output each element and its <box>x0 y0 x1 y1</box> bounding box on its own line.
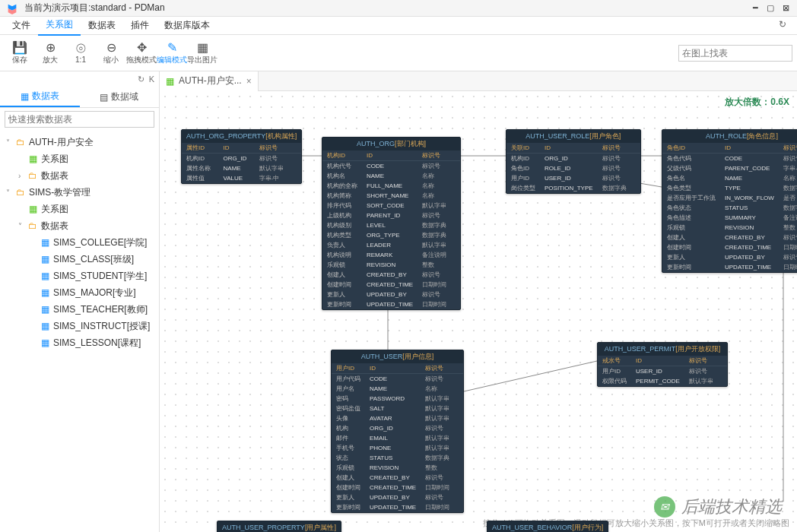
relation-icon: ▦ <box>27 204 38 214</box>
refresh-small-icon[interactable]: ↻ <box>138 74 144 84</box>
drag-icon: ✥ <box>135 41 148 55</box>
tree-label: SIMS_CLASS[班级] <box>53 253 134 266</box>
toolbar: 💾保存 ⊕放大 ⦾1:1 ⊖缩小 ✥拖拽模式 ✎编辑模式 ▦导出图片 <box>0 35 797 71</box>
entity-auth_user_role[interactable]: AUTH_USER_ROLE[用户角色]关联IDID标识号机构IDORG_ID标… <box>506 129 641 194</box>
tree-label: 关系图 <box>41 203 68 216</box>
close-tab-icon[interactable]: × <box>246 76 252 87</box>
tree-label: SIMS_LESSON[课程] <box>53 337 141 350</box>
table-icon: ▦ <box>40 321 50 331</box>
chevron-icon: ˅ <box>6 138 15 147</box>
zoomin-button[interactable]: ⊕放大 <box>35 38 65 68</box>
folder-icon: 🗀 <box>27 220 38 231</box>
tree-rel-item[interactable]: ▦关系图 <box>0 150 159 167</box>
refresh-icon[interactable]: ↻ <box>779 19 792 33</box>
tree-folder-item[interactable]: ›🗀数据表 <box>0 167 159 184</box>
save-icon: 💾 <box>13 41 27 55</box>
entity-auth_user[interactable]: AUTH_USER[用户信息]用户IDID标识号用户代码CODE标识号用户名NA… <box>331 350 464 513</box>
maximize-button[interactable]: ▢ <box>765 3 776 14</box>
editor-tab-label: AUTH-用户安... <box>179 74 242 87</box>
tree-folder-item[interactable]: ˅🗀AUTH-用户安全 <box>0 134 159 150</box>
watermark: ✉ 后端技术精选 <box>654 496 782 518</box>
entity-auth_org[interactable]: AUTH_ORG[部门机构]机构IDID标识号机构代号CODE标识号机构名NAM… <box>322 137 461 310</box>
relation-icon: ▦ <box>27 154 38 164</box>
tree-label: 数据表 <box>41 169 68 182</box>
tree-label: 数据表 <box>41 220 68 233</box>
folder-icon: 🗀 <box>15 187 26 198</box>
tree-table-item[interactable]: ▦SIMS_COLLEGE[学院] <box>0 234 159 251</box>
save-button[interactable]: 💾保存 <box>5 38 35 68</box>
menu-table[interactable]: 数据表 <box>81 16 123 35</box>
menu-dbversion[interactable]: 数据库版本 <box>157 16 218 35</box>
canvas-search-input[interactable] <box>678 45 792 62</box>
tree-label: SIMS-教学管理 <box>29 186 90 199</box>
edit-icon: ✎ <box>165 41 179 55</box>
tables-icon: ▦ <box>21 91 29 102</box>
relation-icon: ▦ <box>166 76 174 87</box>
tree-folder-item[interactable]: ˅🗀SIMS-教学管理 <box>0 184 159 201</box>
zoomout-icon: ⊖ <box>104 41 118 55</box>
zoom11-icon: ⦾ <box>74 42 87 55</box>
menu-plugin[interactable]: 插件 <box>123 16 157 35</box>
tree-label: 关系图 <box>41 153 68 166</box>
chevron-icon: ˅ <box>18 222 27 230</box>
minimize-button[interactable]: ━ <box>750 3 760 14</box>
tree-table-item[interactable]: ▦SIMS_STUDENT[学生] <box>0 268 159 284</box>
wechat-icon: ✉ <box>654 496 675 518</box>
diagram-canvas[interactable]: 放大倍数：0.6X 按住shift可拖动关系图，滑动鼠标可放大缩小关系图，按下M… <box>160 91 797 532</box>
tree: ˅🗀AUTH-用户安全▦关系图›🗀数据表˅🗀SIMS-教学管理▦关系图˅🗀数据表… <box>0 131 159 532</box>
table-icon: ▦ <box>40 337 50 348</box>
tree-label: SIMS_INSTRUCT[授课] <box>53 320 150 333</box>
sidebar-tab-domains[interactable]: ▤数据域 <box>80 87 160 107</box>
editor-tab[interactable]: ▦ AUTH-用户安... × <box>160 71 259 91</box>
tree-folder-item[interactable]: ˅🗀数据表 <box>0 217 159 234</box>
table-icon: ▦ <box>40 254 50 264</box>
table-icon: ▦ <box>40 271 50 281</box>
tree-table-item[interactable]: ▦SIMS_INSTRUCT[授课] <box>0 318 159 334</box>
tree-label: AUTH-用户安全 <box>29 136 94 149</box>
zoom11-button[interactable]: ⦾1:1 <box>65 38 96 68</box>
entity-auth_user_property[interactable]: AUTH_USER_PROPERTY[用户属性] <box>217 521 341 532</box>
table-icon: ▦ <box>40 287 50 298</box>
menubar: 文件 关系图 数据表 插件 数据库版本 ↻ <box>0 17 797 35</box>
table-icon: ▦ <box>40 237 50 248</box>
collapse-icon[interactable]: K <box>149 74 154 84</box>
table-icon: ▦ <box>40 304 50 315</box>
menu-file[interactable]: 文件 <box>5 16 38 35</box>
tree-label: SIMS_MAJOR[专业] <box>53 287 136 299</box>
folder-icon: 🗀 <box>27 170 38 181</box>
zoomin-icon: ⊕ <box>43 41 57 55</box>
entity-auth_org_property[interactable]: AUTH_ORG_PROPERTY[机构属性]属性IDID标识号机构IDORG_… <box>181 129 302 184</box>
tree-table-item[interactable]: ▦SIMS_LESSON[课程] <box>0 334 159 351</box>
chevron-icon: › <box>18 172 27 180</box>
sidebar-tab-tables[interactable]: ▦数据表 <box>0 87 80 107</box>
tree-label: SIMS_STUDENT[学生] <box>53 270 147 283</box>
sidebar-search-input[interactable] <box>5 111 154 128</box>
entity-auth_user_permit[interactable]: AUTH_USER_PERMIT[用户开放权限]戒水号ID标识号用户IDUSER… <box>597 342 728 387</box>
svg-line-4 <box>464 361 597 391</box>
export-image-button[interactable]: ▦导出图片 <box>187 38 218 68</box>
tree-table-item[interactable]: ▦SIMS_TEACHER[教师] <box>0 301 159 318</box>
domains-icon: ▤ <box>100 92 108 103</box>
tree-table-item[interactable]: ▦SIMS_MAJOR[专业] <box>0 284 159 301</box>
edit-mode-button[interactable]: ✎编辑模式 <box>157 38 187 68</box>
entity-auth_role[interactable]: AUTH_ROLE[角色信息]角色IDID标识号角色代码CODE标识号父级代码P… <box>662 129 797 273</box>
tree-label: SIMS_COLLEGE[学院] <box>53 236 147 249</box>
menu-relation[interactable]: 关系图 <box>38 15 81 36</box>
zoomout-button[interactable]: ⊖缩小 <box>96 38 126 68</box>
drag-mode-button[interactable]: ✥拖拽模式 <box>126 38 157 68</box>
tree-table-item[interactable]: ▦SIMS_CLASS[班级] <box>0 251 159 268</box>
titlebar: 当前为演示项目:standard - PDMan ━ ▢ ⊠ <box>0 0 797 17</box>
sidebar: ↻ K ▦数据表 ▤数据域 ˅🗀AUTH-用户安全▦关系图›🗀数据表˅🗀SIMS… <box>0 71 160 532</box>
close-button[interactable]: ⊠ <box>780 3 791 14</box>
app-logo-icon <box>6 2 18 14</box>
window-title: 当前为演示项目:standard - PDMan <box>24 2 750 14</box>
tree-rel-item[interactable]: ▦关系图 <box>0 201 159 217</box>
export-icon: ▦ <box>195 41 209 55</box>
zoom-readout: 放大倍数：0.6X <box>725 96 789 109</box>
editor-tabbar: ▦ AUTH-用户安... × <box>160 71 797 91</box>
tree-label: SIMS_TEACHER[教师] <box>53 303 148 316</box>
entity-auth_user_behavior[interactable]: AUTH_USER_BEHAVIOR[用户行为] <box>487 521 608 532</box>
folder-icon: 🗀 <box>15 137 26 147</box>
main: ▦ AUTH-用户安... × 放大倍数：0.6X 按住shift可拖动关系图，… <box>160 71 797 532</box>
chevron-icon: ˅ <box>6 188 15 197</box>
